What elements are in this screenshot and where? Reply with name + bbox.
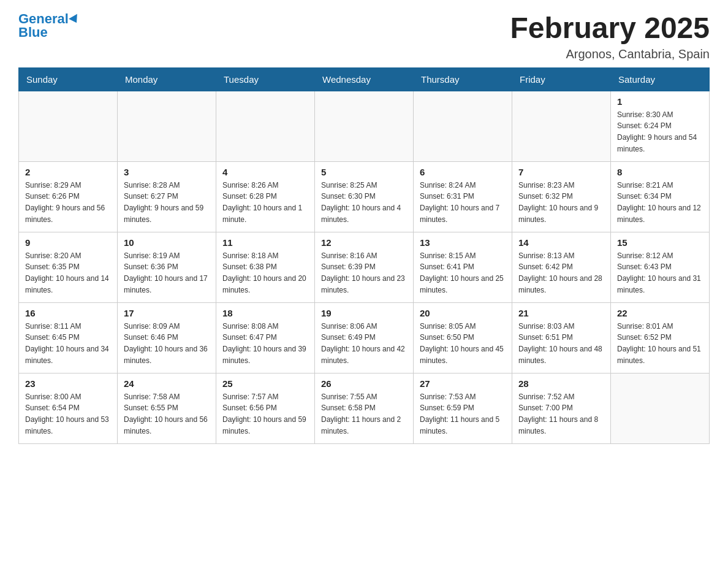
calendar-header-row: SundayMondayTuesdayWednesdayThursdayFrid… — [19, 67, 710, 91]
day-number: 28 — [518, 378, 604, 389]
title-block: February 2025 Argonos, Cantabria, Spain — [510, 12, 710, 61]
day-cell: 15Sunrise: 8:12 AMSunset: 6:43 PMDayligh… — [611, 232, 710, 302]
day-cell: 3Sunrise: 8:28 AMSunset: 6:27 PMDaylight… — [118, 161, 216, 232]
day-info: Sunrise: 8:29 AMSunset: 6:26 PMDaylight:… — [25, 180, 111, 225]
day-cell: 14Sunrise: 8:13 AMSunset: 6:42 PMDayligh… — [512, 232, 611, 302]
day-info: Sunrise: 8:25 AMSunset: 6:30 PMDaylight:… — [321, 180, 407, 225]
day-number: 26 — [321, 378, 407, 389]
calendar-table: SundayMondayTuesdayWednesdayThursdayFrid… — [18, 67, 710, 444]
day-info: Sunrise: 8:21 AMSunset: 6:34 PMDaylight:… — [617, 180, 703, 225]
day-number: 27 — [420, 378, 506, 389]
day-cell: 23Sunrise: 8:00 AMSunset: 6:54 PMDayligh… — [19, 373, 118, 443]
day-number: 4 — [222, 167, 308, 177]
day-info: Sunrise: 8:06 AMSunset: 6:49 PMDaylight:… — [321, 321, 407, 366]
day-cell: 27Sunrise: 7:53 AMSunset: 6:59 PMDayligh… — [414, 373, 512, 443]
day-info: Sunrise: 8:03 AMSunset: 6:51 PMDaylight:… — [518, 321, 604, 366]
col-header-saturday: Saturday — [611, 67, 710, 91]
week-row-2: 2Sunrise: 8:29 AMSunset: 6:26 PMDaylight… — [19, 161, 710, 232]
day-info: Sunrise: 8:08 AMSunset: 6:47 PMDaylight:… — [222, 321, 308, 366]
day-info: Sunrise: 8:00 AMSunset: 6:54 PMDaylight:… — [25, 391, 111, 437]
week-row-5: 23Sunrise: 8:00 AMSunset: 6:54 PMDayligh… — [19, 373, 710, 443]
col-header-thursday: Thursday — [414, 67, 512, 91]
week-row-1: 1Sunrise: 8:30 AMSunset: 6:24 PMDaylight… — [19, 91, 710, 161]
logo-blue: Blue — [18, 25, 48, 40]
day-info: Sunrise: 7:53 AMSunset: 6:59 PMDaylight:… — [420, 391, 506, 437]
day-cell: 22Sunrise: 8:01 AMSunset: 6:52 PMDayligh… — [611, 302, 710, 373]
day-info: Sunrise: 8:18 AMSunset: 6:38 PMDaylight:… — [222, 250, 308, 296]
day-number: 2 — [25, 167, 111, 177]
day-info: Sunrise: 8:11 AMSunset: 6:45 PMDaylight:… — [25, 321, 111, 366]
day-info: Sunrise: 8:12 AMSunset: 6:43 PMDaylight:… — [617, 250, 703, 296]
day-info: Sunrise: 7:57 AMSunset: 6:56 PMDaylight:… — [222, 391, 308, 437]
day-number: 23 — [25, 378, 111, 389]
month-title: February 2025 — [510, 12, 710, 45]
week-row-4: 16Sunrise: 8:11 AMSunset: 6:45 PMDayligh… — [19, 302, 710, 373]
day-cell: 24Sunrise: 7:58 AMSunset: 6:55 PMDayligh… — [118, 373, 216, 443]
day-number: 16 — [25, 308, 111, 318]
day-cell: 20Sunrise: 8:05 AMSunset: 6:50 PMDayligh… — [414, 302, 512, 373]
day-cell — [19, 91, 118, 161]
day-number: 11 — [222, 237, 308, 248]
day-info: Sunrise: 8:09 AMSunset: 6:46 PMDaylight:… — [124, 321, 210, 366]
col-header-monday: Monday — [118, 67, 216, 91]
day-cell — [118, 91, 216, 161]
day-number: 14 — [518, 237, 604, 248]
day-number: 8 — [617, 167, 703, 177]
day-info: Sunrise: 7:52 AMSunset: 7:00 PMDaylight:… — [518, 391, 604, 437]
day-number: 18 — [222, 308, 308, 318]
day-cell: 10Sunrise: 8:19 AMSunset: 6:36 PMDayligh… — [118, 232, 216, 302]
col-header-friday: Friday — [512, 67, 611, 91]
day-number: 21 — [518, 308, 604, 318]
day-cell: 25Sunrise: 7:57 AMSunset: 6:56 PMDayligh… — [216, 373, 315, 443]
day-number: 25 — [222, 378, 308, 389]
day-cell: 12Sunrise: 8:16 AMSunset: 6:39 PMDayligh… — [315, 232, 414, 302]
day-number: 22 — [617, 308, 703, 318]
day-info: Sunrise: 8:01 AMSunset: 6:52 PMDaylight:… — [617, 321, 703, 366]
day-info: Sunrise: 7:58 AMSunset: 6:55 PMDaylight:… — [124, 391, 210, 437]
day-cell: 11Sunrise: 8:18 AMSunset: 6:38 PMDayligh… — [216, 232, 315, 302]
week-row-3: 9Sunrise: 8:20 AMSunset: 6:35 PMDaylight… — [19, 232, 710, 302]
day-number: 6 — [420, 167, 506, 177]
day-cell: 16Sunrise: 8:11 AMSunset: 6:45 PMDayligh… — [19, 302, 118, 373]
day-info: Sunrise: 8:13 AMSunset: 6:42 PMDaylight:… — [518, 250, 604, 296]
day-info: Sunrise: 8:15 AMSunset: 6:41 PMDaylight:… — [420, 250, 506, 296]
day-cell: 19Sunrise: 8:06 AMSunset: 6:49 PMDayligh… — [315, 302, 414, 373]
day-cell: 8Sunrise: 8:21 AMSunset: 6:34 PMDaylight… — [611, 161, 710, 232]
day-number: 19 — [321, 308, 407, 318]
day-cell: 28Sunrise: 7:52 AMSunset: 7:00 PMDayligh… — [512, 373, 611, 443]
day-number: 24 — [124, 378, 210, 389]
day-cell: 5Sunrise: 8:25 AMSunset: 6:30 PMDaylight… — [315, 161, 414, 232]
day-info: Sunrise: 8:28 AMSunset: 6:27 PMDaylight:… — [124, 180, 210, 225]
day-info: Sunrise: 8:16 AMSunset: 6:39 PMDaylight:… — [321, 250, 407, 296]
day-number: 12 — [321, 237, 407, 248]
day-cell — [611, 373, 710, 443]
day-cell: 6Sunrise: 8:24 AMSunset: 6:31 PMDaylight… — [414, 161, 512, 232]
day-cell: 4Sunrise: 8:26 AMSunset: 6:28 PMDaylight… — [216, 161, 315, 232]
day-cell: 7Sunrise: 8:23 AMSunset: 6:32 PMDaylight… — [512, 161, 611, 232]
day-info: Sunrise: 7:55 AMSunset: 6:58 PMDaylight:… — [321, 391, 407, 437]
day-info: Sunrise: 8:05 AMSunset: 6:50 PMDaylight:… — [420, 321, 506, 366]
logo: General Blue — [18, 12, 80, 40]
day-cell: 17Sunrise: 8:09 AMSunset: 6:46 PMDayligh… — [118, 302, 216, 373]
day-info: Sunrise: 8:19 AMSunset: 6:36 PMDaylight:… — [124, 250, 210, 296]
day-number: 3 — [124, 167, 210, 177]
col-header-wednesday: Wednesday — [315, 67, 414, 91]
day-number: 5 — [321, 167, 407, 177]
day-cell: 2Sunrise: 8:29 AMSunset: 6:26 PMDaylight… — [19, 161, 118, 232]
logo-triangle-icon — [69, 14, 81, 25]
page-header: General Blue February 2025 Argonos, Cant… — [18, 12, 710, 61]
day-info: Sunrise: 8:20 AMSunset: 6:35 PMDaylight:… — [25, 250, 111, 296]
day-cell — [414, 91, 512, 161]
day-number: 15 — [617, 237, 703, 248]
day-cell: 26Sunrise: 7:55 AMSunset: 6:58 PMDayligh… — [315, 373, 414, 443]
day-cell — [216, 91, 315, 161]
day-info: Sunrise: 8:24 AMSunset: 6:31 PMDaylight:… — [420, 180, 506, 225]
day-info: Sunrise: 8:23 AMSunset: 6:32 PMDaylight:… — [518, 180, 604, 225]
location: Argonos, Cantabria, Spain — [510, 47, 710, 61]
col-header-sunday: Sunday — [19, 67, 118, 91]
day-number: 20 — [420, 308, 506, 318]
day-number: 17 — [124, 308, 210, 318]
day-number: 1 — [617, 96, 703, 107]
day-cell: 21Sunrise: 8:03 AMSunset: 6:51 PMDayligh… — [512, 302, 611, 373]
day-cell: 13Sunrise: 8:15 AMSunset: 6:41 PMDayligh… — [414, 232, 512, 302]
